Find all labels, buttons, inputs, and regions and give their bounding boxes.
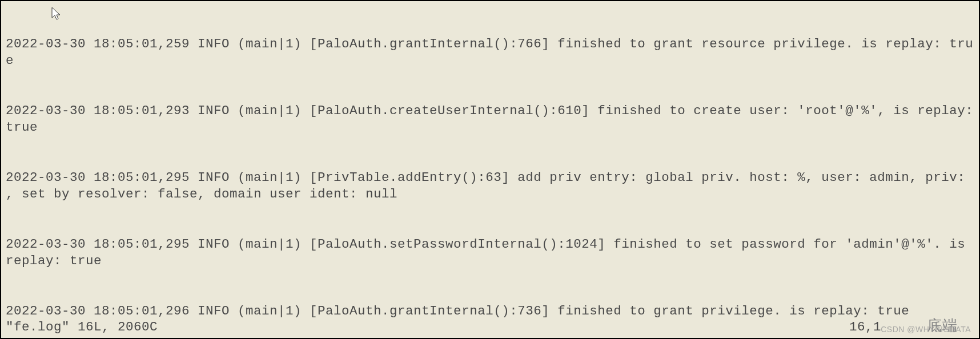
log-entry: 2022-03-30 18:05:01,259 INFO (main|1) [P…: [6, 36, 974, 70]
log-entry: 2022-03-30 18:05:01,295 INFO (main|1) [P…: [6, 170, 974, 203]
watermark: CSDN @WHYBIGDATA: [881, 324, 971, 334]
file-info: "fe.log" 16L, 2060C: [6, 319, 158, 336]
log-output[interactable]: 2022-03-30 18:05:01,259 INFO (main|1) [P…: [1, 1, 979, 339]
cursor-position: 16,1: [849, 319, 881, 336]
vim-status-bar: "fe.log" 16L, 2060C 16,1 底端: [6, 316, 974, 336]
log-entry: 2022-03-30 18:05:01,293 INFO (main|1) [P…: [6, 103, 974, 136]
log-entry: 2022-03-30 18:05:01,295 INFO (main|1) [P…: [6, 236, 974, 270]
